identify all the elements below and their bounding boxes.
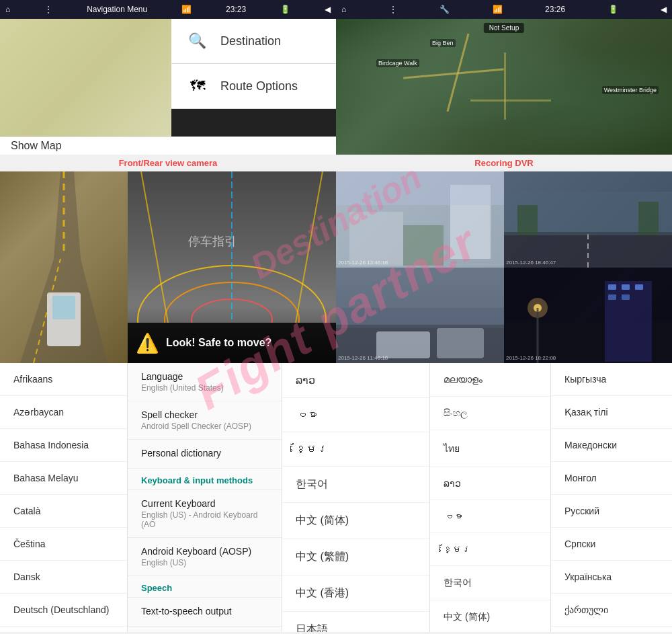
lang-zh-simplified2[interactable]: 中文 (简体) — [430, 600, 550, 632]
camera-section: 停车指引 ⚠️ Look! Safe to move? 2015-12-26 1… — [0, 171, 672, 363]
lang-azerbaycan[interactable]: Azərbaycan — [0, 396, 127, 429]
nav-panel: ⌂ ⋮ Navigation Menu 📶 23:23 🔋 ◀ 🔍 Destin… — [0, 0, 336, 155]
settings-section: Afrikaans Azərbaycan Bahasa Indonesia Ba… — [0, 363, 672, 632]
lang-burmese2[interactable]: ဗမာ — [430, 500, 550, 533]
lang-sinhala[interactable]: සිංහල — [430, 397, 550, 430]
spell-checker-value: Android Spell Checker (AOSP) — [141, 422, 268, 431]
map-top-bar: ⌂ ⋮ 🔧 📶 23:26 🔋 ◀ — [336, 0, 672, 19]
nav-back-icon: ◀ — [325, 5, 331, 14]
camera-warning: ⚠️ Look! Safe to move? — [128, 323, 336, 363]
camera-cell-3: 2015-12-26 11:46:18 — [336, 268, 504, 364]
lang-korean2[interactable]: 한국어 — [430, 566, 550, 600]
language-setting[interactable]: Language English (United States) — [128, 363, 282, 401]
map-back-icon: ◀ — [661, 5, 667, 14]
map-wifi-icon: 📶 — [493, 5, 503, 14]
lang-khmer2[interactable]: ខ្មែរ — [430, 533, 550, 566]
svg-rect-24 — [638, 202, 659, 235]
svg-rect-27 — [376, 331, 430, 358]
map-panel: ⌂ ⋮ 🔧 📶 23:26 🔋 ◀ Big Ben Birdcage Walk … — [336, 0, 672, 155]
nav-top-bar: ⌂ ⋮ Navigation Menu 📶 23:23 🔋 ◀ — [0, 0, 336, 19]
svg-rect-34 — [622, 284, 630, 290]
destination-label: Destination — [220, 34, 281, 48]
map-label-bigben: Big Ben — [430, 39, 456, 47]
lang-malayalam[interactable]: മലയാളം — [430, 363, 550, 397]
nav-menu-items: 🔍 Destination 🗺 Route Options — [171, 19, 336, 109]
lang-afrikaans[interactable]: Afrikaans — [0, 363, 127, 396]
spell-checker-title: Spell checker — [141, 409, 268, 420]
camera-cell-1: 2015-12-26 13:46:18 — [336, 171, 504, 268]
parking-lines-svg: 停车指引 — [128, 171, 336, 323]
lang-bahasa-indonesia[interactable]: Bahasa Indonesia — [0, 429, 127, 462]
lang-macedonian[interactable]: Македонски — [551, 429, 672, 462]
lang-korean[interactable]: 한국어 — [282, 467, 429, 503]
nav-battery-icon: 🔋 — [280, 5, 290, 14]
lang-list-center: ລາວ ဗမာ ខ្មែរ 한국어 中文 (简体) 中文 (繁體) 中文 (香港… — [282, 363, 430, 632]
svg-rect-28 — [437, 328, 484, 358]
lang-thai[interactable]: ไทย — [430, 430, 550, 467]
map-satellite: Big Ben Birdcage Walk Westminster Bridge… — [336, 19, 672, 155]
warning-text: Look! Safe to move? — [166, 337, 271, 349]
language-title: Language — [141, 371, 268, 382]
lang-zh-simplified[interactable]: 中文 (简体) — [282, 503, 429, 539]
lang-lao[interactable]: ລາວ — [282, 363, 429, 398]
lang-zh-traditional[interactable]: 中文 (繁體) — [282, 539, 429, 576]
lang-ukrainian[interactable]: Українська — [551, 561, 672, 594]
tts-setting[interactable]: Text-to-speech output — [128, 598, 282, 627]
route-options-menu-item[interactable]: 🗺 Route Options — [171, 64, 336, 109]
android-keyboard-setting[interactable]: Android Keyboard (AOSP) English (US) — [128, 538, 282, 576]
lang-serbian[interactable]: Српски — [551, 528, 672, 561]
nav-home-icon: ⌂ — [5, 5, 10, 14]
camera-right-grid: 2015-12-26 13:46:18 2015-12-26 18:46:47 — [336, 171, 672, 363]
svg-rect-5 — [52, 296, 75, 319]
svg-rect-32 — [605, 281, 652, 362]
lang-list-left: Afrikaans Azərbaycan Bahasa Indonesia Ba… — [0, 363, 128, 632]
svg-rect-29 — [336, 308, 504, 328]
front-rear-label: Front/Rear view camera — [0, 158, 336, 168]
nav-time: 23:23 — [226, 5, 246, 14]
dvr-cell2-svg — [504, 171, 672, 268]
lang-georgian[interactable]: ქართული — [551, 594, 672, 627]
current-keyboard-setting[interactable]: Current Keyboard English (US) - Android … — [128, 490, 282, 538]
svg-text:停车指引: 停车指引 — [188, 235, 237, 248]
lang-khmer[interactable]: ខ្មែរ — [282, 432, 429, 467]
speech-section-header: Speech — [128, 576, 282, 598]
svg-rect-23 — [517, 205, 538, 235]
lang-deutsch[interactable]: Deutsch (Deutschland) — [0, 594, 127, 627]
map-obd-icon: 🔧 — [439, 5, 450, 14]
lang-cestina[interactable]: Čeština — [0, 528, 127, 561]
svg-rect-16 — [349, 212, 403, 266]
keyboard-section-header: Keyboard & input methods — [128, 469, 282, 490]
android-keyboard-title: Android Keyboard (AOSP) — [141, 546, 268, 557]
current-keyboard-value: English (US) - Android Keyboard (AO — [141, 510, 268, 529]
lang-kazakh[interactable]: Қазақ тілі — [551, 396, 672, 429]
lang-russian[interactable]: Русский — [551, 495, 672, 528]
lang-catala[interactable]: Català — [0, 495, 127, 528]
map-battery-icon: 🔋 — [608, 5, 618, 14]
lang-zh-hongkong[interactable]: 中文 (香港) — [282, 576, 429, 612]
svg-rect-17 — [336, 171, 504, 205]
section-labels: Front/Rear view camera Recoring DVR — [0, 155, 672, 171]
lang-bahasa-melayu[interactable]: Bahasa Melayu — [0, 462, 127, 495]
destination-menu-item[interactable]: 🔍 Destination — [171, 19, 336, 64]
lang-burmese[interactable]: ဗမာ — [282, 398, 429, 432]
warning-icon: ⚠️ — [136, 332, 159, 354]
spell-checker-setting[interactable]: Spell checker Android Spell Checker (AOS… — [128, 401, 282, 440]
lang-japanese[interactable]: 日本語 — [282, 612, 429, 632]
map-menu-icon: ⋮ — [389, 5, 397, 14]
personal-dictionary-setting[interactable]: Personal dictionary — [128, 440, 282, 469]
cam-timestamp-2: 2015-12-26 18:46:47 — [506, 260, 556, 266]
svg-marker-1 — [54, 171, 81, 259]
lang-list-right: മലയാളം සිංහල ไทย ລາວ ဗမာ ខ្មែរ 한국어 中文 (简… — [430, 363, 672, 632]
lang-mongolian[interactable]: Монгол — [551, 462, 672, 495]
android-keyboard-value: English (US) — [141, 558, 268, 567]
lang-kyrgyz[interactable]: Кыргызча — [551, 363, 672, 396]
svg-rect-37 — [622, 294, 630, 300]
dvr-cell3-svg — [336, 268, 504, 364]
lang-lao2[interactable]: ລາວ — [430, 467, 550, 500]
current-keyboard-title: Current Keyboard — [141, 498, 268, 509]
not-setup-badge: Not Setup — [484, 23, 524, 33]
lang-dansk[interactable]: Dansk — [0, 561, 127, 594]
nav-bottom-bar: Show Map — [0, 136, 336, 155]
tts-title: Text-to-speech output — [141, 606, 268, 617]
dvr-label: Recoring DVR — [336, 158, 672, 168]
